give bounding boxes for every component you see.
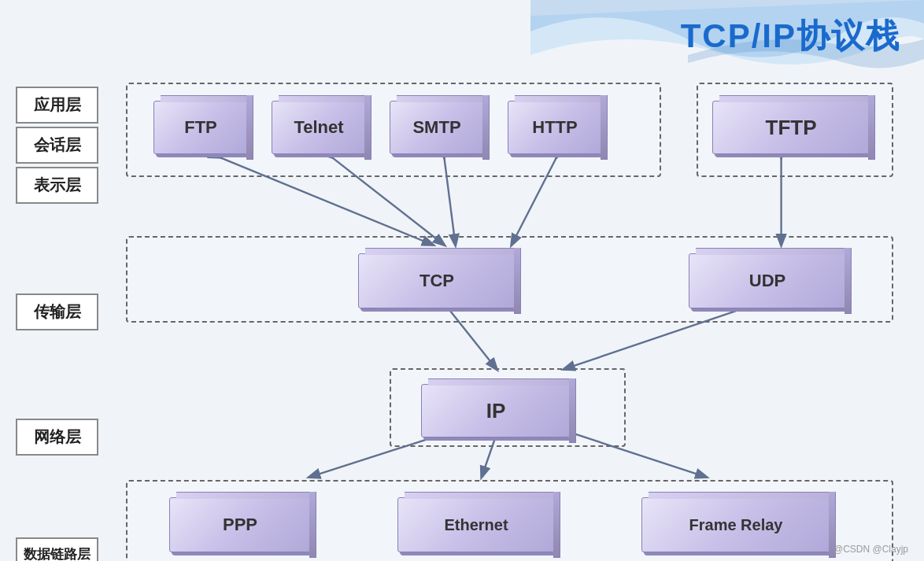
label-datalink: 数据链路层 [16, 537, 98, 561]
page-title: TCP/IP协议栈 [681, 14, 900, 58]
ip-block: IP [421, 384, 571, 437]
label-presentation: 表示层 [16, 167, 98, 204]
ftp-block: FTP [153, 101, 248, 154]
watermark: @CSDN @Clayjp [833, 544, 908, 555]
udp-block: UDP [689, 253, 846, 308]
label-network: 网络层 [16, 419, 98, 456]
telnet-block: Telnet [272, 101, 366, 154]
ppp-block: PPP [169, 497, 311, 552]
tcp-block: TCP [358, 253, 516, 308]
diagram-area: FTP Telnet SMTP HTTP TFTP TCP UDP IP PPP… [122, 79, 901, 543]
http-block: HTTP [508, 101, 602, 154]
layer-labels: 应用层 会话层 表示层 传输层 网络层 数据链路层 [16, 87, 98, 561]
label-session: 会话层 [16, 127, 98, 164]
tftp-block: TFTP [712, 101, 870, 154]
frame-relay-block: Frame Relay [641, 497, 830, 552]
smtp-block: SMTP [390, 101, 484, 154]
ethernet-block: Ethernet [397, 497, 555, 552]
label-transport: 传输层 [16, 293, 98, 330]
label-app: 应用层 [16, 87, 98, 124]
